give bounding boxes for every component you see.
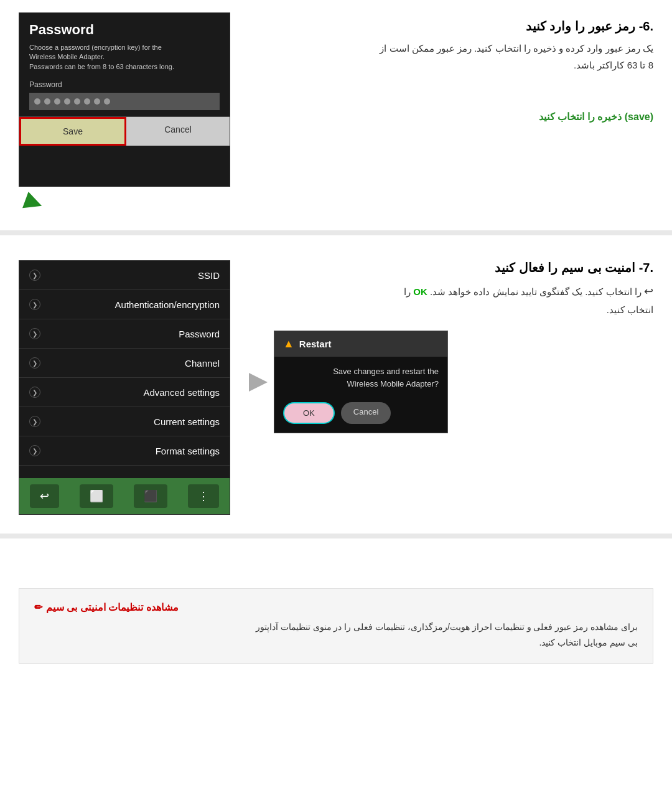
current-label: Current settings	[154, 416, 220, 427]
step-1-text: .6- رمز عبور را وارد کنید یک رمز عبور وا…	[243, 12, 653, 123]
menu-more-button[interactable]: ⋮	[188, 484, 219, 508]
dialog-ok-button[interactable]: OK	[283, 402, 335, 424]
info-title: مشاهده تنظیمات امنیتی بی سیم ✏	[34, 601, 638, 613]
dot-2	[44, 98, 50, 105]
password-input-display	[29, 93, 220, 110]
menu-item-password[interactable]: ❯ Password	[19, 319, 230, 349]
password-chevron-icon: ❯	[29, 328, 40, 339]
menu-item-format[interactable]: ❯ Format settings	[19, 436, 230, 466]
menu-item-channel[interactable]: ❯ Channel	[19, 349, 230, 378]
step-7-title: .7- امنیت بی سیم را فعال کنید	[249, 260, 653, 275]
save-arrow-area	[25, 189, 42, 212]
warning-icon: ▲	[283, 337, 294, 350]
dialog-arrow-area: ▲ Restart Save changes and restart the W…	[249, 331, 653, 433]
password-description: Choose a password (encryption key) for t…	[19, 43, 230, 78]
channel-chevron-icon: ❯	[29, 357, 40, 369]
restart-dialog-buttons: OK Cancel	[274, 396, 447, 433]
channel-label: Channel	[185, 358, 220, 369]
info-title-text: مشاهده تنظیمات امنیتی بی سیم	[46, 601, 179, 613]
dot-1	[34, 98, 40, 105]
password-menu-label: Password	[179, 329, 220, 339]
restart-title: Restart	[299, 339, 332, 349]
step-6-title: .6- رمز عبور را وارد کنید	[243, 19, 653, 34]
step-7-body: ↩ را انتخاب کنید. یک گفتگوی تایید نمایش …	[249, 281, 653, 318]
recent-button[interactable]: ⬛	[134, 484, 167, 508]
ssid-label: SSID	[198, 270, 220, 281]
step-2-text: .7- امنیت بی سیم را فعال کنید ↩ را انتخا…	[249, 260, 653, 440]
format-label: Format settings	[156, 446, 220, 456]
section-divider-1	[0, 230, 672, 235]
home-button[interactable]: ⬜	[80, 484, 113, 508]
phone-bottom-bar: ↩ ⬜ ⬛ ⋮	[19, 478, 230, 514]
ok-highlight-text: OK	[413, 286, 427, 297]
phone-screen-password: Password Choose a password (encryption k…	[19, 12, 230, 187]
auth-label: Authentication/encryption	[115, 299, 220, 310]
current-chevron-icon: ❯	[29, 416, 40, 427]
menu-item-ssid[interactable]: ❯ SSID	[19, 261, 230, 290]
info-box-wireless-settings: مشاهده تنظیمات امنیتی بی سیم ✏ برای مشاه…	[19, 588, 653, 664]
dot-5	[74, 98, 80, 105]
cancel-button[interactable]: Cancel	[126, 117, 230, 146]
advanced-chevron-icon: ❯	[29, 387, 40, 398]
password-button-row: Save Cancel	[19, 116, 230, 146]
dot-3	[54, 98, 60, 105]
dot-4	[64, 98, 70, 105]
spacer	[0, 545, 672, 570]
restart-dialog: ▲ Restart Save changes and restart the W…	[274, 331, 448, 433]
save-button[interactable]: Save	[19, 117, 126, 146]
dot-8	[104, 98, 110, 105]
section-wireless-security: ❯ SSID ❯ Authentication/encryption ❯ Pas…	[0, 248, 672, 527]
dot-6	[84, 98, 90, 105]
save-label-text: (save) ذخیره را انتخاب کنید	[539, 111, 653, 122]
back-arrow-icon: ↩	[644, 285, 653, 298]
menu-item-auth[interactable]: ❯ Authentication/encryption	[19, 290, 230, 319]
restart-dialog-header: ▲ Restart	[274, 331, 447, 357]
advanced-label: Advanced settings	[143, 387, 220, 398]
password-title: Password	[19, 13, 230, 43]
ssid-chevron-icon: ❯	[29, 270, 40, 281]
step-7-body-part1: را انتخاب کنید. یک گفتگوی تایید نمایش دا…	[430, 286, 642, 297]
dot-7	[94, 98, 100, 105]
green-arrow-icon	[22, 192, 45, 214]
step-6-body: یک رمز عبور وارد کرده و ذخیره را انتخاب …	[243, 40, 653, 73]
section-password: Password Choose a password (encryption k…	[0, 0, 672, 224]
menu-item-advanced[interactable]: ❯ Advanced settings	[19, 378, 230, 407]
password-field-label: Password	[19, 78, 230, 90]
phone-screen-menu: ❯ SSID ❯ Authentication/encryption ❯ Pas…	[19, 260, 230, 515]
back-button[interactable]: ↩	[30, 484, 59, 508]
gray-arrow-icon	[249, 373, 268, 392]
menu-item-current[interactable]: ❯ Current settings	[19, 407, 230, 436]
section-divider-2	[0, 534, 672, 538]
dialog-cancel-button[interactable]: Cancel	[341, 402, 391, 424]
info-body-text: برای مشاهده رمز عبور فعلی و تنظیمات احرا…	[34, 619, 638, 651]
format-chevron-icon: ❯	[29, 445, 40, 456]
pencil-icon: ✏	[34, 601, 42, 613]
auth-chevron-icon: ❯	[29, 299, 40, 310]
password-dots	[34, 98, 110, 105]
save-label-area: (save) ذخیره را انتخاب کنید	[243, 111, 653, 123]
restart-dialog-body: Save changes and restart the Wireless Mo…	[274, 357, 447, 396]
